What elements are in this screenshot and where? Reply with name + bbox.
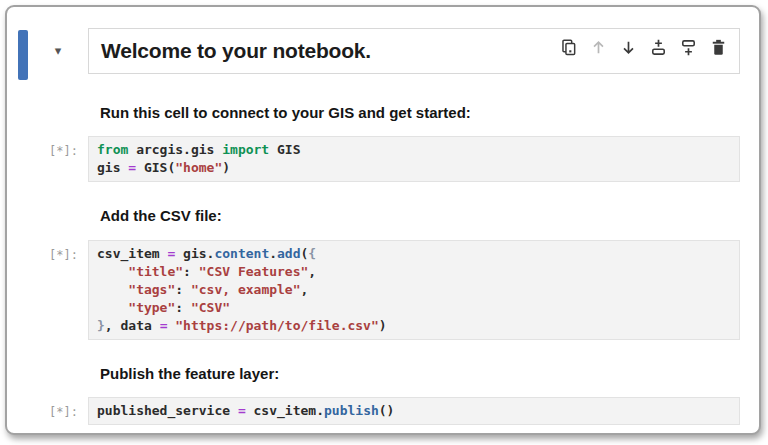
notebook-title: Welcome to your notebook. <box>89 29 371 63</box>
arrow-up-icon <box>590 39 607 56</box>
execution-count: [*]: <box>37 240 78 264</box>
markdown-cell-add-csv[interactable]: Add the CSV file: <box>100 207 740 225</box>
add-cell-below-icon <box>680 39 697 56</box>
markdown-heading-text: Publish the feature layer: <box>100 365 279 382</box>
code-cell-add-csv: [*]: csv_item = gis.content.add({ "title… <box>37 240 740 340</box>
code-cell-publish: [*]: published_service = csv_item.publis… <box>37 397 740 425</box>
duplicate-icon <box>560 39 577 56</box>
markdown-cell-connect[interactable]: Run this cell to connect to your GIS and… <box>100 104 740 122</box>
add-cell-above-button[interactable] <box>649 38 667 56</box>
markdown-cell-publish[interactable]: Publish the feature layer: <box>100 365 740 383</box>
active-cell-indicator <box>18 30 28 80</box>
move-cell-down-button[interactable] <box>619 38 637 56</box>
code-input[interactable]: from arcgis.gis import GISgis = GIS("hom… <box>88 136 740 182</box>
notebook-card: ▾ Welcome to your notebook. <box>5 5 761 435</box>
arrow-down-icon <box>620 39 637 56</box>
execution-count: [*]: <box>37 136 78 160</box>
code-input[interactable]: csv_item = gis.content.add({ "title": "C… <box>88 240 740 340</box>
execution-count: [*]: <box>37 397 78 421</box>
markdown-title-cell[interactable]: Welcome to your notebook. <box>88 28 740 74</box>
title-cell-row: ▾ Welcome to your notebook. <box>18 28 740 80</box>
code-cell-connect: [*]: from arcgis.gis import GISgis = GIS… <box>37 136 740 182</box>
code-input[interactable]: published_service = csv_item.publish() <box>88 397 740 425</box>
delete-cell-button[interactable] <box>709 38 727 56</box>
cell-toolbar <box>559 29 739 56</box>
chevron-down-icon: ▾ <box>55 43 62 58</box>
trash-icon <box>710 39 727 56</box>
add-cell-below-button[interactable] <box>679 38 697 56</box>
collapse-cell-toggle[interactable]: ▾ <box>28 28 88 58</box>
add-cell-above-icon <box>650 39 667 56</box>
duplicate-cell-button[interactable] <box>559 38 577 56</box>
markdown-heading-text: Run this cell to connect to your GIS and… <box>100 104 471 121</box>
markdown-heading-text: Add the CSV file: <box>100 207 222 224</box>
move-cell-up-button[interactable] <box>589 38 607 56</box>
